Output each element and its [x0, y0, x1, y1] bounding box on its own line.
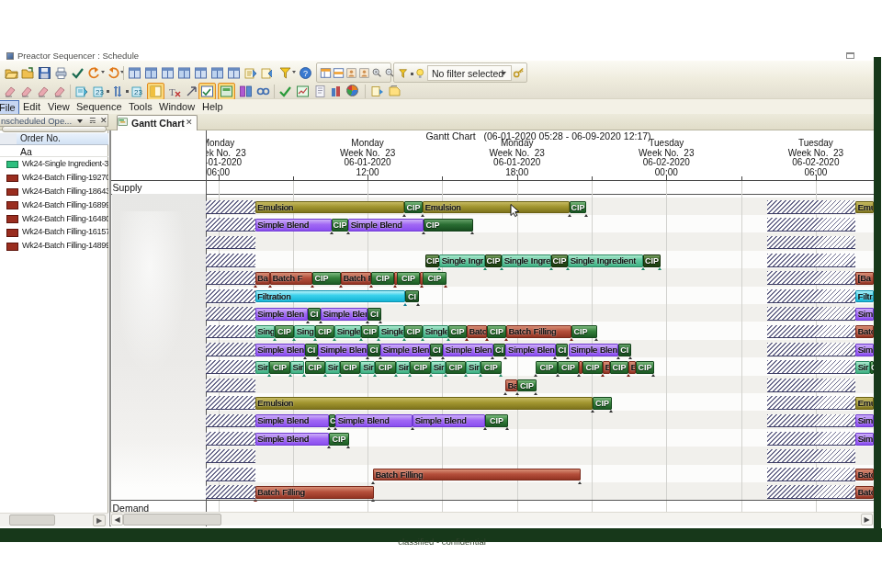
- svg-text:23: 23: [96, 88, 104, 96]
- svg-text:?: ?: [303, 69, 308, 78]
- svg-text:23: 23: [134, 88, 142, 96]
- svg-text:T: T: [169, 86, 175, 97]
